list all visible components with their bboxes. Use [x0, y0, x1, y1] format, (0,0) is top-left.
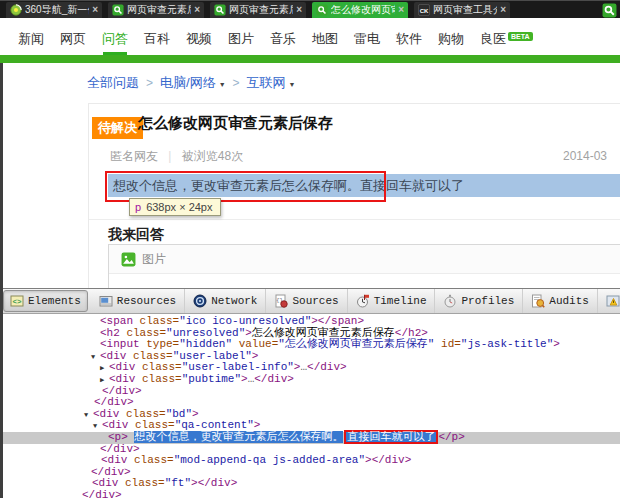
dom-token-val: "pubtime"	[182, 373, 241, 385]
breadcrumb-link[interactable]: 全部问题	[87, 74, 139, 92]
dom-token-tag: <div	[93, 408, 119, 420]
dom-token-tag: >	[254, 419, 261, 431]
nav-item-link[interactable]: 网页	[60, 30, 86, 48]
close-icon[interactable]: ×	[92, 5, 98, 15]
dom-token-tag: <div	[92, 477, 118, 489]
dom-token-attr: class=	[128, 419, 174, 431]
browser-tab-title: 网页审查元素后	[229, 3, 293, 17]
close-icon[interactable]: ×	[398, 5, 404, 15]
page-content: 全部问题>电脑/网络▼>互联网▼ 待解决 怎么修改网页审查元素后保存 匿名网友 …	[0, 63, 620, 288]
tooltip-tag-name: p	[135, 201, 141, 213]
browser-tab[interactable]: 网页审查元素后×	[210, 2, 306, 18]
dom-tree-row[interactable]: </div>	[0, 386, 620, 398]
dom-token-tag: <div	[109, 361, 135, 373]
devtools-elements-tree: <span class="ico ico-unresolved"></span>…	[0, 314, 620, 498]
console-icon	[606, 294, 620, 308]
nav-item-link[interactable]: 地图	[312, 30, 338, 48]
answer-editor[interactable]: 图片	[108, 244, 620, 288]
profiles-icon	[443, 294, 457, 308]
nav-item-link[interactable]: 图片	[228, 30, 254, 48]
breadcrumb-link[interactable]: 电脑/网络▼	[160, 74, 226, 92]
dom-token-attr: type=	[140, 338, 180, 350]
tooltip-dimensions: 638px × 24px	[146, 201, 212, 213]
devtools-tab-label: Resources	[117, 295, 176, 307]
close-icon[interactable]: ×	[500, 5, 506, 15]
browser-tab[interactable]: CK网页审查工具介×	[414, 2, 510, 18]
nav-item-link[interactable]: 良医BETA	[480, 30, 533, 48]
question-views: 被浏览48次	[182, 149, 243, 163]
insert-image-button[interactable]: 图片	[142, 251, 166, 268]
devtools-tab-console[interactable]: Console	[598, 289, 620, 313]
nav-item-link[interactable]: 雷电	[354, 30, 380, 48]
dom-token-tag: >	[192, 408, 199, 420]
dom-token-tag: </div>	[100, 443, 140, 455]
dom-token-val: "js-ask-title"	[461, 338, 553, 350]
nav-item-link[interactable]: 音乐	[270, 30, 296, 48]
question-date: 2014-03	[563, 149, 607, 163]
dom-tree-row[interactable]: </div>	[0, 490, 620, 498]
devtools-tab-elements[interactable]: <>Elements	[3, 290, 88, 312]
window-left-edge	[0, 63, 3, 498]
devtools-tab-label: Audits	[549, 295, 589, 307]
dom-token-val: "user-label"	[173, 350, 252, 362]
devtools-tab-audits[interactable]: Audits	[523, 289, 598, 313]
devtools-tab-profiles[interactable]: Profiles	[435, 289, 523, 313]
inspect-size-tooltip: p 638px × 24px	[129, 198, 221, 216]
devtools-toolbar: <>ElementsResourcesNetwork{}SourcesTimel…	[0, 289, 620, 314]
image-icon-slot[interactable]	[121, 250, 136, 268]
breadcrumb-separator: >	[233, 76, 240, 90]
dom-token-val: "qa-content"	[175, 419, 254, 431]
nav-item-link[interactable]: 软件	[396, 30, 422, 48]
nav-item-link[interactable]: 新闻	[18, 30, 44, 48]
browser-tab[interactable]: 360导航_新一代×	[6, 2, 102, 18]
dom-token-tag: <div	[102, 419, 128, 431]
meta-divider: |	[168, 149, 171, 163]
question-card: 待解决 怎么修改网页审查元素后保存 匿名网友 | 被浏览48次 2014-03 …	[88, 103, 620, 288]
browser-tab[interactable]: 网页审查元素后×	[108, 2, 204, 18]
dom-tree-row[interactable]: ▼<div class="bd">	[0, 409, 620, 421]
status-badge: 待解决	[92, 117, 143, 139]
dom-tree-row-selected[interactable]: <p> 想改个信息，更改审查元素后怎么保存啊。直接回车就可以了</p>	[0, 432, 620, 444]
dom-token-tag: </div>	[91, 466, 131, 478]
audits-icon	[531, 294, 545, 308]
dom-token-tag: </p>	[438, 431, 464, 443]
devtools-tab-resources[interactable]: Resources	[91, 289, 185, 313]
dom-token-selred: 直接回车就可以了	[344, 430, 438, 444]
dom-tree-row[interactable]: <input type="hidden" value="怎么修改网页审查元素后保…	[0, 339, 620, 351]
nav-item-active[interactable]: 问答	[102, 30, 128, 48]
browser-tab-active[interactable]: 怎么修改网页审×	[312, 2, 408, 18]
nav-item-link[interactable]: 百科	[144, 30, 170, 48]
devtools-tab-network[interactable]: Network	[185, 289, 266, 313]
dom-token-val: "ft"	[165, 477, 191, 489]
svg-text:<>: <>	[12, 298, 22, 306]
dom-token-tag: ></div>	[365, 454, 411, 466]
dom-tree-row[interactable]: ▶<div class="pubtime">…</div>	[0, 374, 620, 386]
dom-token-attr: class=	[135, 361, 181, 373]
devtools-tab-sources[interactable]: {}Sources	[266, 289, 347, 313]
nav-item-link[interactable]: 视频	[186, 30, 212, 48]
dom-tree-row[interactable]: ▶<div class="user-label-info">…</div>	[0, 362, 620, 374]
close-icon[interactable]: ×	[296, 5, 302, 15]
breadcrumb-link[interactable]: 互联网▼	[247, 74, 296, 92]
dom-token-tag: <div	[101, 454, 127, 466]
dom-token-val: "hidden"	[179, 338, 232, 350]
dom-token-tag: <input	[100, 338, 140, 350]
dom-token-attr: class=	[120, 327, 166, 339]
nav-item-link[interactable]: 购物	[438, 30, 464, 48]
devtools-tab-timeline[interactable]: Timeline	[348, 289, 436, 313]
section-divider	[89, 219, 620, 220]
dom-token-tag: >	[241, 373, 248, 385]
site-nav: 新闻网页问答百科视频图片音乐地图雷电软件购物良医BETA	[0, 18, 620, 55]
dom-token-tag: <div	[100, 350, 126, 362]
browser-tab-title: 怎么修改网页审	[331, 3, 395, 17]
question-author[interactable]: 匿名网友	[110, 149, 158, 163]
dom-token-tag: >	[252, 350, 259, 362]
dom-token-val: "bd"	[166, 408, 192, 420]
close-icon[interactable]: ×	[194, 5, 200, 15]
dom-token-tag: <div	[109, 373, 135, 385]
devtools-tab-label: Sources	[292, 295, 338, 307]
answer-heading: 我来回答	[108, 226, 164, 244]
search-favicon-icon	[214, 4, 226, 16]
dom-token-val: "unresolved"	[166, 327, 245, 339]
new-tab-button[interactable]	[601, 3, 618, 18]
